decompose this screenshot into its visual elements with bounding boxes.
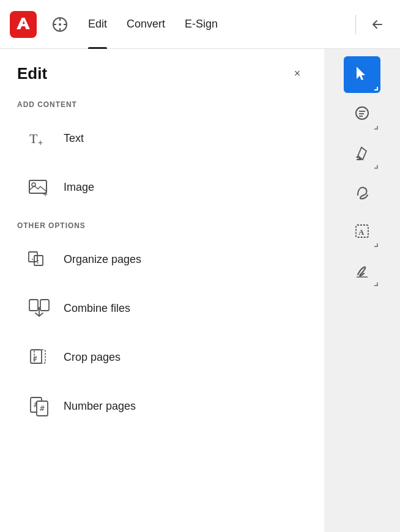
select-tool-button[interactable] <box>344 56 380 93</box>
sign-tool-caret <box>374 283 378 286</box>
comment-tool-caret <box>374 126 378 130</box>
add-content-label: ADD CONTENT <box>17 100 307 109</box>
nav-tabs: Edit Convert E-Sign <box>78 0 348 49</box>
number-pages-icon: # # <box>24 391 54 421</box>
sign-tool-button[interactable] <box>344 252 380 289</box>
nav-divider <box>355 15 356 34</box>
left-panel: Edit × ADD CONTENT T + Text <box>0 49 324 532</box>
organize-pages-icon <box>24 245 54 274</box>
text-select-tool-button[interactable]: A <box>344 213 380 249</box>
crop-pages-label: Crop pages <box>64 351 120 364</box>
panel-header: Edit × <box>17 64 307 83</box>
back-button[interactable] <box>363 11 390 38</box>
navigate-icon-button[interactable] <box>46 11 73 38</box>
other-options-label: OTHER OPTIONS <box>17 221 307 230</box>
right-toolbar: A <box>324 49 400 532</box>
menu-item-image[interactable]: + Image <box>17 163 307 212</box>
svg-rect-18 <box>40 300 49 311</box>
svg-marker-27 <box>357 67 365 80</box>
organize-pages-label: Organize pages <box>64 253 141 266</box>
panel-title: Edit <box>17 64 47 83</box>
menu-item-organize-pages[interactable]: Organize pages <box>17 235 307 284</box>
text-label: Text <box>64 132 84 145</box>
select-tool-caret <box>374 87 378 91</box>
svg-point-1 <box>59 23 61 26</box>
number-pages-label: Number pages <box>64 400 136 413</box>
svg-text:#: # <box>40 404 45 413</box>
menu-item-combine-files[interactable]: Combine files <box>17 284 307 333</box>
crop-pages-icon: # <box>24 342 54 372</box>
menu-item-text[interactable]: T + Text <box>17 114 307 163</box>
highlight-tool-button[interactable] <box>344 135 380 171</box>
adobe-logo[interactable] <box>10 11 37 38</box>
close-button[interactable]: × <box>287 64 307 83</box>
draw-tool-button[interactable] <box>344 174 380 210</box>
svg-rect-17 <box>29 300 38 311</box>
text-icon: T + <box>24 124 54 153</box>
svg-text:+: + <box>43 189 48 199</box>
menu-item-number-pages[interactable]: # # Number pages <box>17 382 307 430</box>
combine-files-label: Combine files <box>64 302 130 315</box>
tab-esign[interactable]: E-Sign <box>175 0 228 49</box>
svg-text:T: T <box>29 131 38 146</box>
svg-text:A: A <box>358 227 365 237</box>
tab-convert[interactable]: Convert <box>117 0 175 49</box>
menu-item-crop-pages[interactable]: # Crop pages <box>17 333 307 382</box>
highlight-tool-caret <box>374 165 378 169</box>
svg-rect-11 <box>29 252 37 262</box>
svg-text:+: + <box>38 138 43 147</box>
tab-edit[interactable]: Edit <box>78 0 117 49</box>
image-icon: + <box>24 172 54 202</box>
image-label: Image <box>64 181 94 194</box>
top-bar: Edit Convert E-Sign <box>0 0 400 49</box>
svg-point-28 <box>356 107 368 119</box>
combine-files-icon <box>24 294 54 323</box>
svg-text:#: # <box>33 355 37 363</box>
comment-tool-button[interactable] <box>344 95 380 132</box>
main-content: Edit × ADD CONTENT T + Text <box>0 49 400 532</box>
text-select-tool-caret <box>374 243 378 247</box>
